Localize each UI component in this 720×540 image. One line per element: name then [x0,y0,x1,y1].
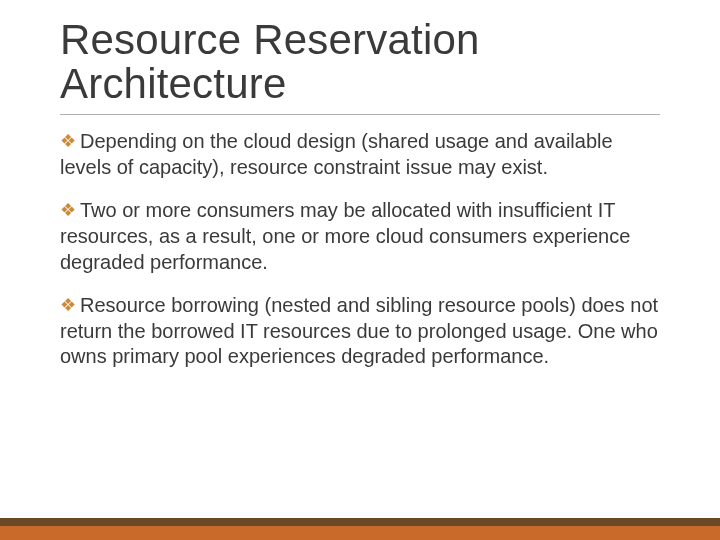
diamond-bullet-icon: ❖ [60,130,76,153]
bullet-text: Resource borrowing (nested and sibling r… [60,294,658,367]
bullet-text: Two or more consumers may be allocated w… [60,199,630,272]
footer-accent-bar [0,518,720,540]
bullet-item: ❖Two or more consumers may be allocated … [60,198,660,275]
slide: Resource Reservation Architecture ❖Depen… [0,0,720,540]
bullet-text: Depending on the cloud design (shared us… [60,130,613,178]
footer-bar-bottom-stripe [0,526,720,540]
bullet-list: ❖Depending on the cloud design (shared u… [60,129,660,370]
diamond-bullet-icon: ❖ [60,199,76,222]
bullet-item: ❖Depending on the cloud design (shared u… [60,129,660,180]
title-underline [60,114,660,115]
diamond-bullet-icon: ❖ [60,294,76,317]
footer-bar-top-stripe [0,518,720,526]
bullet-item: ❖Resource borrowing (nested and sibling … [60,293,660,370]
slide-title: Resource Reservation Architecture [60,18,660,106]
content-area: Resource Reservation Architecture ❖Depen… [60,18,660,388]
